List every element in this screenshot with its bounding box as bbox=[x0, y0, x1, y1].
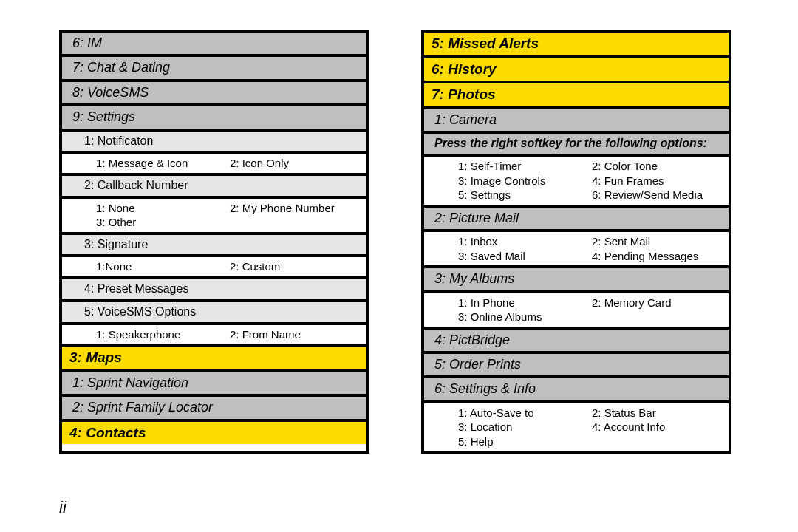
option-single: 5: Help bbox=[458, 434, 723, 449]
left-row-1: 7: Chat & Dating bbox=[62, 57, 366, 81]
option-pair: 3: Location4: Account Info bbox=[458, 420, 723, 434]
left-row-15: 2: Sprint Family Locator bbox=[62, 397, 366, 421]
option-pair: 1: Message & Icon2: Icon Only bbox=[96, 156, 361, 171]
right-row-12: 6: Settings & Info bbox=[424, 378, 729, 403]
option: 2: Status Bar bbox=[592, 406, 723, 420]
right-row-10: 4: PictBridge bbox=[424, 330, 729, 354]
row-text: 6: Settings & Info bbox=[434, 381, 536, 396]
left-row-4: 1: Notificaton bbox=[62, 132, 366, 154]
row-text: 8: VoiceSMS bbox=[72, 85, 149, 100]
right-row-13: 1: Auto-Save to2: Status Bar3: Location4… bbox=[424, 403, 729, 451]
option: 2: Color Tone bbox=[592, 159, 723, 174]
right-row-5: 1: Self-Timer2: Color Tone3: Image Contr… bbox=[424, 157, 729, 208]
option: 2: My Phone Number bbox=[230, 201, 361, 216]
row-text: 3: My Albums bbox=[434, 271, 514, 286]
row-text: 7: Photos bbox=[432, 86, 496, 102]
row-text: 3: Signature bbox=[84, 238, 148, 250]
left-row-5: 1: Message & Icon2: Icon Only bbox=[62, 154, 366, 176]
option: 1: Message & Icon bbox=[96, 156, 227, 171]
row-text: 5: Missed Alerts bbox=[432, 35, 539, 51]
right-row-1: 6: History bbox=[424, 58, 729, 84]
left-row-6: 2: Callback Number bbox=[62, 176, 366, 199]
right-row-3: 1: Camera bbox=[424, 109, 729, 134]
option: 3: Other bbox=[96, 215, 227, 230]
left-row-11: 5: VoiceSMS Options bbox=[62, 302, 366, 325]
option: 2: Icon Only bbox=[230, 156, 361, 171]
option-pair: 1:None2: Custom bbox=[96, 259, 361, 274]
option-pair: 1: Auto-Save to2: Status Bar bbox=[458, 406, 723, 420]
option: 1: Auto-Save to bbox=[458, 406, 589, 420]
left-row-13: 3: Maps bbox=[62, 347, 366, 372]
row-text: 2: Sprint Family Locator bbox=[72, 400, 213, 415]
left-row-10: 4: Preset Messages bbox=[62, 279, 366, 302]
option: 2: Sent Mail bbox=[592, 234, 723, 249]
option-pair: 1: Inbox2: Sent Mail bbox=[458, 234, 723, 249]
option: 1: In Phone bbox=[458, 296, 589, 310]
row-text: 6: History bbox=[432, 61, 497, 77]
left-row-2: 8: VoiceSMS bbox=[62, 82, 366, 106]
row-text: Press the right softkey for the followin… bbox=[434, 137, 707, 149]
left-row-16: 4: Contacts bbox=[62, 422, 366, 445]
row-text: 5: VoiceSMS Options bbox=[84, 305, 196, 318]
left-row-3: 9: Settings bbox=[62, 106, 366, 131]
right-row-0: 5: Missed Alerts bbox=[424, 33, 729, 58]
row-text: 2: Picture Mail bbox=[434, 211, 519, 225]
option: 1: Speakerphone bbox=[96, 327, 227, 342]
left-row-12: 1: Speakerphone2: From Name bbox=[62, 325, 366, 347]
row-text: 3: Maps bbox=[69, 349, 122, 365]
row-text: 4: PictBridge bbox=[434, 332, 510, 347]
right-row-7: 1: Inbox2: Sent Mail3: Saved Mail4: Pend… bbox=[424, 232, 729, 268]
right-column: 5: Missed Alerts6: History7: Photos1: Ca… bbox=[421, 30, 732, 454]
right-row-8: 3: My Albums bbox=[424, 268, 729, 293]
row-text: 1: Camera bbox=[434, 112, 497, 127]
option: 5: Help bbox=[458, 434, 589, 449]
option: 1: Self-Timer bbox=[458, 159, 589, 174]
row-text: 4: Contacts bbox=[69, 425, 146, 440]
row-text: 4: Preset Messages bbox=[84, 282, 188, 295]
row-text: 7: Chat & Dating bbox=[72, 60, 170, 75]
option-single: 3: Online Albums bbox=[458, 310, 723, 324]
left-row-8: 3: Signature bbox=[62, 235, 366, 258]
row-text: 9: Settings bbox=[72, 109, 135, 124]
row-text: 1: Sprint Navigation bbox=[72, 375, 188, 390]
page-number: ii bbox=[59, 498, 66, 517]
option-pair: 1: In Phone2: Memory Card bbox=[458, 296, 723, 310]
right-row-9: 1: In Phone2: Memory Card3: Online Album… bbox=[424, 293, 729, 330]
right-row-4: Press the right softkey for the followin… bbox=[424, 134, 729, 157]
option: 3: Online Albums bbox=[458, 310, 589, 324]
row-text: 1: Notificaton bbox=[84, 134, 153, 147]
left-row-7: 1: None2: My Phone Number3: Other bbox=[62, 199, 366, 235]
option: 3: Saved Mail bbox=[458, 249, 589, 264]
option: 3: Location bbox=[458, 420, 589, 434]
option-pair: 1: Self-Timer2: Color Tone bbox=[458, 159, 723, 174]
row-text: 5: Order Prints bbox=[434, 357, 521, 372]
option: 2: From Name bbox=[230, 327, 361, 342]
right-row-11: 5: Order Prints bbox=[424, 354, 729, 378]
option-pair: 3: Image Controls4: Fun Frames bbox=[458, 174, 723, 188]
option: 5: Settings bbox=[458, 188, 589, 202]
right-row-6: 2: Picture Mail bbox=[424, 208, 729, 232]
option: 1: None bbox=[96, 201, 227, 216]
option: 3: Image Controls bbox=[458, 174, 589, 188]
left-row-14: 1: Sprint Navigation bbox=[62, 372, 366, 397]
option: 1:None bbox=[96, 259, 227, 274]
left-row-0: 6: IM bbox=[62, 33, 366, 57]
left-column: 6: IM7: Chat & Dating8: VoiceSMS9: Setti… bbox=[59, 30, 369, 454]
option: 1: Inbox bbox=[458, 234, 589, 249]
row-text: 6: IM bbox=[72, 35, 102, 50]
row-text: 2: Callback Number bbox=[84, 179, 188, 191]
option-pair: 1: None2: My Phone Number bbox=[96, 201, 361, 216]
option: 4: Pending Messages bbox=[592, 249, 723, 264]
left-row-9: 1:None2: Custom bbox=[62, 257, 366, 279]
page: 6: IM7: Chat & Dating8: VoiceSMS9: Setti… bbox=[0, 0, 798, 461]
option: 2: Custom bbox=[230, 259, 361, 274]
option: 4: Account Info bbox=[592, 420, 723, 434]
option-pair: 3: Saved Mail4: Pending Messages bbox=[458, 249, 723, 264]
option: 2: Memory Card bbox=[592, 296, 723, 310]
option: 4: Fun Frames bbox=[592, 174, 723, 188]
option-pair: 1: Speakerphone2: From Name bbox=[96, 327, 361, 342]
option-single: 3: Other bbox=[96, 215, 361, 230]
option-pair: 5: Settings6: Review/Send Media bbox=[458, 188, 723, 202]
option: 6: Review/Send Media bbox=[592, 188, 723, 202]
right-row-2: 7: Photos bbox=[424, 83, 729, 109]
